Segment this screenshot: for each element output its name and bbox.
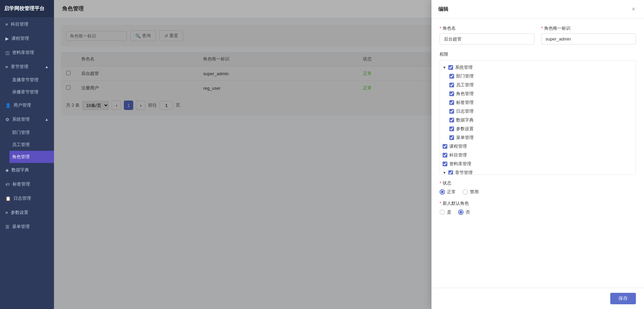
sidebar-item-label: 数据字典: [11, 167, 29, 173]
resource-icon: ◫: [5, 50, 9, 55]
sidebar-item-label: 科目管理: [11, 21, 28, 27]
chapter-checkbox[interactable]: [448, 170, 453, 175]
log-icon: 📋: [5, 196, 11, 201]
sys-children: 部门管理 员工管理 角色管理 标签管理: [449, 72, 633, 142]
default-role-yes-dot: [440, 209, 445, 215]
sidebar-item-dept[interactable]: 部门管理: [9, 127, 54, 139]
sidebar-item-label: 日志管理: [13, 195, 31, 201]
default-role-no-option[interactable]: 否: [458, 209, 470, 215]
course-checkbox[interactable]: [443, 144, 447, 149]
default-role-radio-group: 是 否: [440, 209, 636, 215]
sidebar-item-employee[interactable]: 员工管理: [9, 139, 54, 151]
sidebar: 启学网校管理平台 ≡ 科目管理 ▶ 课程管理 ◫ 资料库管理 ≡ 章节管理 ▲ …: [0, 0, 54, 309]
status-disabled-dot: [463, 189, 468, 195]
params-label: 参数设置: [456, 126, 474, 132]
chapter-icon: ≡: [5, 64, 8, 69]
save-button[interactable]: 保存: [610, 293, 636, 304]
dialog-title: 编辑: [438, 6, 448, 12]
perm-chapter: ▼ 章节管理: [443, 168, 633, 175]
role-checkbox[interactable]: [449, 91, 454, 96]
perm-menu: 菜单管理: [449, 133, 633, 142]
tag-checkbox[interactable]: [449, 100, 454, 105]
perm-resource: 资料库管理: [443, 160, 633, 168]
sidebar-item-chapter[interactable]: ≡ 章节管理 ▲: [0, 60, 54, 74]
resource-checkbox[interactable]: [443, 162, 447, 166]
sidebar-item-record-chapter[interactable]: 录播章节管理: [9, 86, 54, 98]
dialog-body: 角色名 角色唯一标识 权限 ▼ 系统管理: [431, 19, 644, 288]
sidebar-item-role[interactable]: 角色管理: [9, 151, 54, 163]
dict-checkbox[interactable]: [449, 118, 454, 122]
sys-checkbox[interactable]: [448, 65, 453, 70]
form-row-basic: 角色名 角色唯一标识: [440, 25, 636, 45]
app-logo: 启学网校管理平台: [0, 0, 54, 17]
chapter-arrow[interactable]: ▼: [443, 171, 446, 175]
tag-icon: 🏷: [5, 182, 10, 187]
role-name-label: 角色名: [440, 25, 534, 31]
log-checkbox[interactable]: [449, 109, 454, 114]
permissions-section: 权限 ▼ 系统管理 部门管理 员工管理: [440, 51, 636, 175]
sidebar-item-log[interactable]: 📋 日志管理: [0, 191, 54, 205]
sidebar-item-label: 章节管理: [11, 64, 28, 70]
subject-checkbox[interactable]: [443, 153, 447, 158]
sidebar-item-live-chapter[interactable]: 直播章节管理: [9, 74, 54, 86]
status-disabled-option[interactable]: 禁用: [463, 189, 479, 195]
perm-course: 课程管理: [443, 142, 633, 151]
sidebar-item-subject[interactable]: ≡ 科目管理: [0, 17, 54, 31]
emp-checkbox[interactable]: [449, 83, 454, 87]
sidebar-item-label: 资料库管理: [12, 50, 34, 56]
course-icon: ▶: [5, 36, 9, 41]
status-normal-label: 正常: [447, 189, 456, 195]
dialog-close-button[interactable]: ×: [629, 5, 637, 13]
params-checkbox[interactable]: [449, 127, 454, 131]
edit-dialog: 编辑 × 角色名 角色唯一标识 权限 ▼ 系统管理: [431, 0, 644, 309]
role-id-input[interactable]: [541, 33, 636, 45]
live-chapter-label: 直播章节管理: [12, 77, 38, 83]
employee-label: 员工管理: [12, 142, 30, 148]
sidebar-item-tag[interactable]: 🏷 标签管理: [0, 177, 54, 191]
perm-emp: 员工管理: [449, 81, 633, 89]
perm-role: 角色管理: [449, 89, 633, 98]
status-radio-group: 正常 禁用: [440, 189, 636, 195]
log-label: 日志管理: [456, 108, 474, 114]
dialog-header: 编辑 ×: [431, 0, 644, 19]
sidebar-item-label: 用户管理: [13, 102, 31, 108]
chapter-submenu: 直播章节管理 录播章节管理: [0, 74, 54, 98]
system-icon: ⚙: [5, 117, 9, 122]
chevron-up-icon: ▲: [45, 117, 49, 121]
status-normal-option[interactable]: 正常: [440, 189, 456, 195]
default-role-yes-option[interactable]: 是: [440, 209, 451, 215]
role-name-input[interactable]: [440, 33, 534, 45]
dept-checkbox[interactable]: [449, 74, 454, 79]
menu-icon: ☰: [5, 224, 9, 229]
permissions-tree: ▼ 系统管理 部门管理 员工管理 角色管理: [440, 60, 636, 175]
perm-tag: 标签管理: [449, 98, 633, 107]
role-id-label: 角色唯一标识: [541, 25, 636, 31]
course-label: 课程管理: [449, 143, 467, 149]
sidebar-item-system[interactable]: ⚙ 系统管理 ▲: [0, 112, 54, 127]
default-role-section: 新人默认角色 是 否: [440, 200, 636, 215]
default-role-yes-label: 是: [447, 209, 451, 215]
status-label: 状态: [440, 180, 636, 186]
sidebar-item-params[interactable]: ≡ 参数设置: [0, 205, 54, 220]
sidebar-item-course[interactable]: ▶ 课程管理: [0, 31, 54, 46]
menu-label: 菜单管理: [456, 135, 474, 141]
sidebar-item-menu[interactable]: ☰ 菜单管理: [0, 220, 54, 234]
dept-label: 部门管理: [12, 130, 30, 136]
emp-label: 员工管理: [456, 82, 474, 88]
chevron-up-icon: ▲: [45, 65, 49, 69]
role-label: 角色管理: [456, 91, 474, 97]
tag-label: 标签管理: [456, 100, 474, 106]
sidebar-item-label: 参数设置: [11, 209, 28, 216]
sidebar-item-user[interactable]: 👤 用户管理: [0, 98, 54, 112]
chapter-label: 章节管理: [455, 170, 473, 175]
sys-arrow[interactable]: ▼: [443, 65, 446, 69]
sidebar-item-resource[interactable]: ◫ 资料库管理: [0, 46, 54, 60]
user-icon: 👤: [5, 103, 11, 108]
subject-label: 科目管理: [449, 152, 467, 158]
default-role-label: 新人默认角色: [440, 200, 636, 206]
sidebar-item-dict[interactable]: ◈ 数据字典: [0, 163, 54, 177]
subject-icon: ≡: [5, 22, 8, 27]
menu-checkbox[interactable]: [449, 135, 454, 140]
perm-log: 日志管理: [449, 107, 633, 116]
sys-label: 系统管理: [455, 64, 473, 71]
